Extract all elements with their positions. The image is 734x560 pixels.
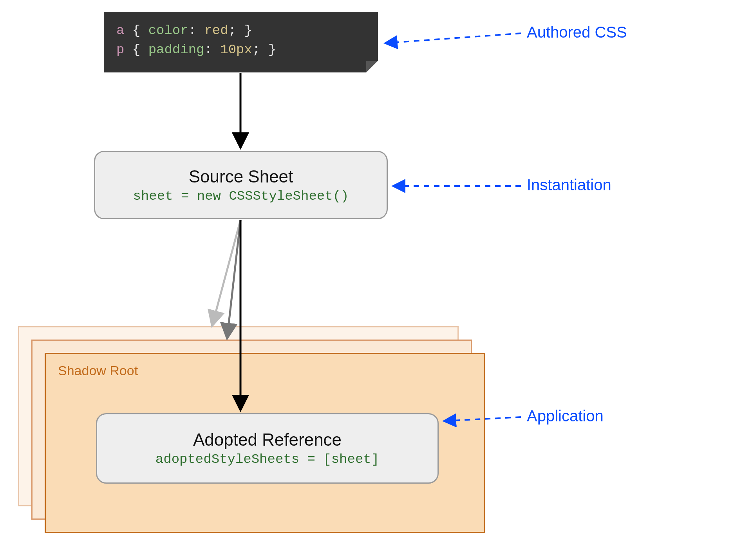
- arrow-source-to-shadow-2: [227, 220, 240, 338]
- adopted-reference-box: Adopted Reference adoptedStyleSheets = […: [96, 413, 439, 484]
- page-fold-icon: [366, 61, 378, 72]
- source-sheet-title: Source Sheet: [189, 167, 293, 186]
- annotation-authored-css: Authored CSS: [527, 23, 627, 41]
- authored-css-codebox: a { color: red; } p { padding: 10px; }: [104, 12, 378, 72]
- source-sheet-code: sheet = new CSSStyleSheet(): [133, 189, 349, 204]
- adopted-reference-code: adoptedStyleSheets = [sheet]: [155, 452, 379, 467]
- arrow-source-to-shadow-3: [212, 220, 240, 325]
- annotation-instantiation: Instantiation: [527, 176, 611, 194]
- code-line-1: a { color: red; }: [116, 21, 365, 40]
- shadow-root-label: Shadow Root: [58, 363, 138, 378]
- code-line-2: p { padding: 10px; }: [116, 40, 365, 60]
- annotation-application: Application: [527, 407, 604, 425]
- adopted-reference-title: Adopted Reference: [193, 430, 342, 450]
- code-selector: a: [116, 23, 124, 38]
- source-sheet-box: Source Sheet sheet = new CSSStyleSheet(): [94, 151, 388, 219]
- annotation-arrow-authored: [386, 33, 521, 43]
- code-selector: p: [116, 42, 124, 57]
- diagram-canvas: a { color: red; } p { padding: 10px; } S…: [0, 0, 734, 560]
